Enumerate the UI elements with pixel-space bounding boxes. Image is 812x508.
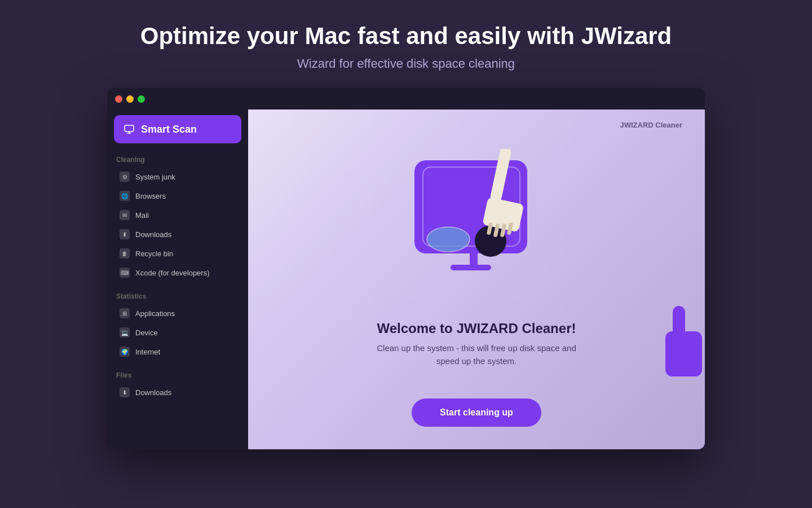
- cleaning-section: Cleaning ⚙ System junk 🌐 Browsers ✉ Mail: [114, 156, 241, 282]
- sidebar: Smart Scan Cleaning ⚙ System junk 🌐 Brow…: [107, 110, 248, 449]
- minimize-button[interactable]: [126, 95, 134, 103]
- sidebar-item-recycle-bin[interactable]: 🗑 Recycle bin: [114, 244, 241, 263]
- globe-icon: 🌐: [120, 191, 130, 201]
- statistics-section-title: Statistics: [114, 292, 241, 300]
- svg-rect-14: [665, 331, 702, 376]
- svg-rect-0: [125, 125, 134, 132]
- sidebar-item-applications[interactable]: ⊞ Applications: [114, 304, 241, 323]
- app-icon: ⊞: [120, 308, 130, 318]
- smart-scan-label: Smart Scan: [141, 124, 197, 135]
- downloads-label: Downloads: [135, 230, 171, 239]
- sidebar-item-xcode[interactable]: ⌨ Xcode (for developers): [114, 263, 241, 282]
- trash-icon: 🗑: [120, 248, 130, 259]
- sidebar-item-browsers[interactable]: 🌐 Browsers: [114, 186, 241, 205]
- app-window: Smart Scan Cleaning ⚙ System junk 🌐 Brow…: [107, 88, 705, 449]
- internet-label: Internet: [135, 348, 160, 356]
- mail-label: Mail: [135, 211, 149, 220]
- svg-rect-6: [451, 265, 491, 270]
- page-header: Optimize your Mac fast and easily with J…: [107, 0, 705, 88]
- files-section-title: Files: [114, 371, 241, 379]
- sidebar-item-system-junk[interactable]: ⚙ System junk: [114, 167, 241, 186]
- browsers-label: Browsers: [135, 192, 166, 200]
- page-background: Optimize your Mac fast and easily with J…: [107, 0, 705, 449]
- statistics-section: Statistics ⊞ Applications 💻 Device 🌍 Int…: [114, 292, 241, 361]
- titlebar: [107, 88, 705, 110]
- app-body: Smart Scan Cleaning ⚙ System junk 🌐 Brow…: [107, 110, 705, 449]
- xcode-label: Xcode (for developers): [135, 269, 210, 277]
- page-subtitle: Wizard for effective disk space cleaning: [118, 56, 694, 71]
- app-title-label: JWIZARD Cleaner: [620, 121, 682, 129]
- recycle-bin-label: Recycle bin: [135, 249, 173, 258]
- maximize-button[interactable]: [138, 95, 145, 103]
- main-illustration: [398, 149, 555, 296]
- files-downloads-label: Downloads: [135, 388, 171, 397]
- download-icon: ⬇: [120, 229, 130, 239]
- welcome-title: Welcome to JWIZARD Cleaner!: [369, 321, 584, 336]
- device-icon: 💻: [120, 327, 130, 338]
- applications-label: Applications: [135, 309, 175, 318]
- mail-icon: ✉: [120, 210, 130, 220]
- system-junk-label: System junk: [135, 173, 175, 181]
- gear-icon: ⚙: [120, 172, 130, 182]
- monitor-icon: [123, 123, 135, 135]
- files-download-icon: ⬇: [120, 387, 130, 397]
- thumbs-decoration: [663, 306, 705, 398]
- sidebar-item-internet[interactable]: 🌍 Internet: [114, 342, 241, 361]
- sidebar-item-mail[interactable]: ✉ Mail: [114, 205, 241, 225]
- start-cleaning-button[interactable]: Start cleaning up: [412, 398, 541, 427]
- sidebar-item-files-downloads[interactable]: ⬇ Downloads: [114, 383, 241, 402]
- welcome-desc: Clean up the system - this will free up …: [369, 342, 584, 367]
- device-label: Device: [135, 329, 158, 337]
- cleaning-section-title: Cleaning: [114, 156, 241, 164]
- cleaner-illustration: [398, 143, 555, 301]
- smart-scan-button[interactable]: Smart Scan: [114, 115, 241, 143]
- welcome-section: Welcome to JWIZARD Cleaner! Clean up the…: [369, 321, 584, 367]
- files-section: Files ⬇ Downloads: [114, 371, 241, 402]
- sidebar-item-downloads[interactable]: ⬇ Downloads: [114, 225, 241, 244]
- main-content: JWIZARD Cleaner: [248, 110, 705, 449]
- page-title: Optimize your Mac fast and easily with J…: [118, 23, 694, 50]
- close-button[interactable]: [115, 95, 122, 103]
- svg-point-3: [427, 227, 470, 252]
- xcode-icon: ⌨: [120, 268, 130, 278]
- internet-icon: 🌍: [120, 347, 130, 357]
- traffic-lights: [115, 95, 145, 103]
- sidebar-item-device[interactable]: 💻 Device: [114, 323, 241, 342]
